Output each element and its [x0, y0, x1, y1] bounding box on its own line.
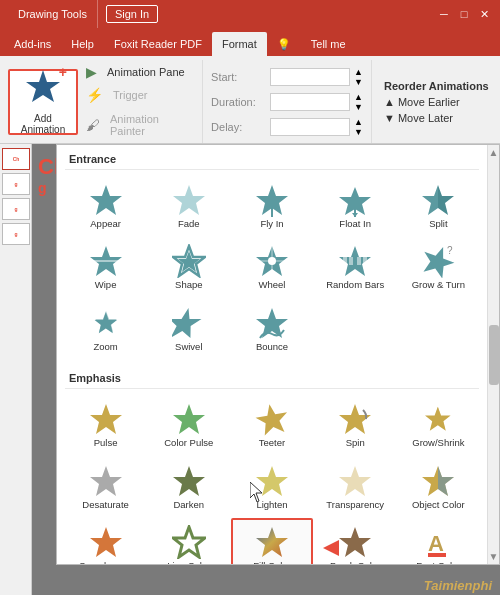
tab-lightbulb[interactable]: 💡 [267, 32, 301, 56]
scroll-down-arrow[interactable]: ▼ [487, 549, 500, 564]
slide-thumb-1[interactable]: Ch [2, 148, 30, 170]
tab-foxit[interactable]: Foxit Reader PDF [104, 32, 212, 56]
complement-icon [88, 524, 124, 560]
move-earlier-button[interactable]: ▲ Move Earlier [384, 96, 496, 108]
anim-randombars[interactable]: Random Bars [315, 237, 396, 296]
pulse-icon [88, 401, 124, 437]
title-bar-center: Drawing Tools Sign In [8, 0, 432, 28]
drawing-tools-label: Drawing Tools [8, 0, 98, 28]
svg-rect-47 [428, 553, 446, 557]
svg-marker-2 [173, 185, 205, 215]
anim-flyin[interactable]: Fly In [231, 176, 312, 235]
tab-tellme[interactable]: Tell me [301, 32, 356, 56]
timing-section: Start: ▲▼ Duration: ▲▼ Delay: ▲▼ [202, 60, 372, 143]
animation-pane-row: ▶ Animation Pane [86, 64, 198, 80]
scroll-thumb[interactable] [489, 325, 499, 385]
anim-linecolor[interactable]: Line Color [148, 518, 229, 565]
brushcolor-label: Brush Color [330, 560, 380, 565]
duration-spinner[interactable]: ▲▼ [354, 92, 363, 112]
flyin-icon [254, 182, 290, 218]
scroll-track[interactable]: ▲ ▼ [487, 145, 499, 564]
svg-marker-38 [256, 466, 288, 496]
anim-appear[interactable]: Appear [65, 176, 146, 235]
anim-growshrink[interactable]: Grow/Shrink [398, 395, 479, 454]
tab-addins[interactable]: Add-ins [4, 32, 61, 56]
trigger-button[interactable]: Trigger [109, 87, 151, 103]
svg-marker-26 [94, 312, 116, 333]
animation-painter-button[interactable]: Animation Painter [106, 111, 198, 139]
objectcolor-icon [420, 463, 456, 499]
slide-thumb-4[interactable]: g [2, 223, 30, 245]
ribbon-tabs: Add-ins Help Foxit Reader PDF Format 💡 T… [0, 28, 500, 56]
anim-complement[interactable]: Compleme... [65, 518, 146, 565]
anim-swivel[interactable]: Swivel [148, 299, 229, 358]
anim-desaturate[interactable]: Desaturate [65, 457, 146, 516]
anim-objectcolor[interactable]: Object Color [398, 457, 479, 516]
start-row: Start: ▲▼ [211, 67, 363, 87]
delay-label: Delay: [211, 121, 266, 133]
scroll-up-arrow[interactable]: ▲ [487, 145, 500, 160]
anim-fillcolor[interactable]: Fill Color [231, 518, 312, 565]
anim-fade[interactable]: Fade [148, 176, 229, 235]
anim-floatin[interactable]: Float In [315, 176, 396, 235]
swivel-label: Swivel [175, 341, 202, 352]
teeter-icon [254, 401, 290, 437]
start-spinner[interactable]: ▲▼ [354, 67, 363, 87]
close-button[interactable]: ✕ [476, 6, 492, 22]
anim-spin[interactable]: Spin [315, 395, 396, 454]
emphasis-section: Emphasis Pulse [57, 364, 487, 565]
entrance-section: Entrance Appear [57, 145, 487, 364]
spin-label: Spin [346, 437, 365, 448]
animation-pane-button[interactable]: Animation Pane [103, 64, 189, 80]
tab-help[interactable]: Help [61, 32, 104, 56]
start-input[interactable] [270, 68, 350, 86]
entrance-title: Entrance [65, 149, 479, 170]
anim-growturn[interactable]: ? Grow & Turn [398, 237, 479, 296]
anim-brushcolor[interactable]: Brush Color [315, 518, 396, 565]
anim-transparency[interactable]: Transparency [315, 457, 396, 516]
anim-wheel[interactable]: Wheel [231, 237, 312, 296]
anim-shape[interactable]: Shape [148, 237, 229, 296]
transparency-label: Transparency [326, 499, 384, 510]
svg-marker-31 [173, 404, 205, 434]
anim-darken[interactable]: Darken [148, 457, 229, 516]
slide-thumb-2[interactable]: g [2, 173, 30, 195]
fillcolor-icon [254, 524, 290, 560]
svg-marker-27 [172, 308, 204, 338]
anim-fontcolor[interactable]: A Font Color [398, 518, 479, 565]
anim-bounce[interactable]: Bounce [231, 299, 312, 358]
svg-marker-39 [339, 466, 371, 496]
delay-spinner[interactable]: ▲▼ [354, 117, 363, 137]
add-animation-button[interactable]: + AddAnimation [8, 69, 78, 135]
growshrink-label: Grow/Shrink [412, 437, 464, 448]
anim-pulse[interactable]: Pulse [65, 395, 146, 454]
anim-wipe[interactable]: Wipe [65, 237, 146, 296]
duration-label: Duration: [211, 96, 266, 108]
painter-icon: 🖌 [86, 117, 100, 133]
anim-zoom[interactable]: Zoom [65, 299, 146, 358]
appear-icon [88, 182, 124, 218]
fade-icon [171, 182, 207, 218]
zoom-icon [88, 305, 124, 341]
tab-format[interactable]: Format [212, 32, 267, 56]
slide-thumb-3[interactable]: g [2, 198, 30, 220]
sign-in-button[interactable]: Sign In [106, 5, 158, 23]
svg-rect-21 [357, 257, 361, 265]
anim-colorpulse[interactable]: Color Pulse [148, 395, 229, 454]
trigger-icon: ⚡ [86, 87, 103, 103]
move-later-button[interactable]: ▼ Move Later [384, 112, 496, 124]
add-animation-label: AddAnimation [21, 113, 65, 135]
maximize-button[interactable]: □ [456, 6, 472, 22]
anim-lighten[interactable]: Lighten [231, 457, 312, 516]
svg-marker-9 [422, 185, 454, 215]
svg-marker-1 [90, 185, 122, 215]
anim-split[interactable]: Split [398, 176, 479, 235]
ribbon: + AddAnimation ▶ Animation Pane ⚡ Trigge… [0, 56, 500, 144]
duration-input[interactable] [270, 93, 350, 111]
minimize-button[interactable]: ─ [436, 6, 452, 22]
delay-input[interactable] [270, 118, 350, 136]
start-label: Start: [211, 71, 266, 83]
anim-teeter[interactable]: Teeter [231, 395, 312, 454]
desaturate-icon [88, 463, 124, 499]
animation-pane-icon: ▶ [86, 64, 97, 80]
